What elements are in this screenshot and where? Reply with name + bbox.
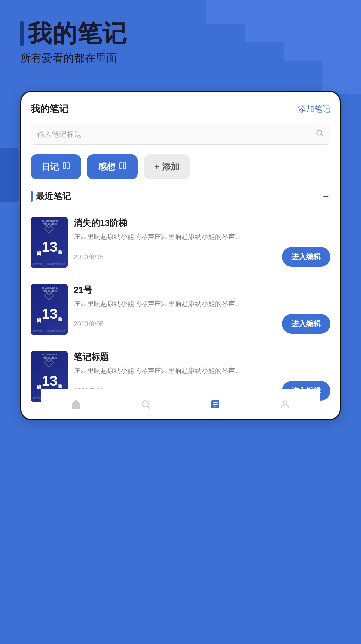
note-footer-1: 2023/6/15 进入编辑	[74, 247, 330, 267]
header-section: 我的笔记 所有爱看的都在里面	[20, 20, 127, 66]
bottom-nav	[41, 389, 320, 419]
section-header: 最近笔记 →	[31, 190, 330, 202]
page-subtitle: 所有爱看的都在里面	[20, 51, 127, 66]
tag-add-label: + 添加	[154, 161, 179, 173]
note-content-1: 消失的13阶梯 庄园里响起康纳小姐的琴声庄园里响起康纳小姐的琴声... 2023…	[74, 217, 330, 267]
svg-line-1	[321, 135, 323, 137]
book-cover-1: 消失的 13 級台階 The DisappearedThirteen Steps…	[31, 217, 68, 268]
card-header: 我的笔记 添加笔记	[31, 103, 330, 115]
search-icon	[315, 129, 324, 140]
tag-diary-label: 日记	[41, 161, 59, 173]
tag-row: 日记 感想 + 添加	[31, 154, 330, 179]
phone-card: 我的笔记 添加笔记 输入笔记标题 日记	[20, 91, 341, 420]
tag-thoughts-icon	[119, 162, 127, 172]
tag-add[interactable]: + 添加	[144, 154, 190, 179]
note-footer-2: 2023/6/05 进入编辑	[74, 314, 330, 334]
nav-item-search[interactable]	[140, 399, 151, 410]
note-title-2: 21号	[74, 284, 330, 296]
section-title-wrap: 最近笔记	[31, 190, 71, 202]
section-title: 最近笔记	[36, 190, 71, 202]
note-item-2: 消失的 13 級台階 The DisappearedThirteen Steps…	[31, 276, 330, 343]
note-title-1: 消失的13阶梯	[74, 217, 330, 229]
svg-rect-4	[120, 163, 122, 169]
bg-decoration-top-right	[206, 0, 361, 94]
svg-rect-2	[63, 163, 66, 169]
tag-thoughts-label: 感想	[98, 161, 115, 173]
note-excerpt-2: 庄园里响起康纳小姐的琴声庄园里响起康纳小姐的琴声...	[74, 299, 330, 309]
bg-decoration-left	[0, 148, 19, 202]
note-excerpt-1: 庄园里响起康纳小姐的琴声庄园里响起康纳小姐的琴声...	[74, 232, 330, 242]
notes-list: 消失的 13 級台階 The DisappearedThirteen Steps…	[31, 209, 330, 410]
tag-diary-icon	[62, 162, 70, 172]
search-placeholder: 输入笔记标题	[37, 129, 315, 139]
profile-nav-icon	[280, 399, 290, 410]
note-content-2: 21号 庄园里响起康纳小姐的琴声庄园里响起康纳小姐的琴声... 2023/6/0…	[74, 284, 330, 334]
section-accent	[31, 191, 33, 202]
tag-thoughts[interactable]: 感想	[87, 154, 138, 179]
nav-item-profile[interactable]	[280, 399, 290, 410]
note-excerpt-3: 庄园里响起康纳小姐的琴声庄园里响起康纳小姐的琴声...	[74, 366, 330, 376]
note-date-2: 2023/6/05	[74, 320, 104, 328]
nav-item-notes[interactable]	[210, 399, 221, 410]
add-note-button[interactable]: 添加笔记	[298, 104, 330, 114]
section-more-arrow[interactable]: →	[322, 191, 330, 201]
edit-button-1[interactable]: 进入编辑	[282, 247, 330, 267]
search-nav-icon	[140, 399, 151, 410]
nav-item-home[interactable]	[71, 399, 81, 410]
svg-point-0	[317, 130, 322, 135]
search-bar[interactable]: 输入笔记标题	[31, 124, 330, 145]
svg-point-12	[283, 401, 287, 404]
edit-button-2[interactable]: 进入编辑	[282, 314, 330, 334]
svg-line-7	[148, 406, 150, 409]
card-content: 我的笔记 添加笔记 输入笔记标题 日记	[21, 92, 340, 419]
svg-rect-5	[123, 163, 126, 169]
notes-nav-icon	[210, 399, 221, 410]
note-date-1: 2023/6/15	[74, 253, 104, 261]
svg-point-6	[142, 401, 148, 407]
svg-rect-3	[67, 163, 69, 169]
home-icon	[71, 399, 81, 410]
tag-diary[interactable]: 日记	[31, 154, 81, 179]
note-item-1: 消失的 13 級台階 The DisappearedThirteen Steps…	[31, 209, 330, 276]
book-cover-2: 消失的 13 級台階 The DisappearedThirteen Steps…	[31, 284, 68, 335]
card-title: 我的笔记	[31, 103, 68, 115]
page-title: 我的笔记	[28, 20, 127, 47]
title-accent-bar	[20, 21, 24, 46]
note-title-3: 笔记标题	[74, 351, 330, 363]
